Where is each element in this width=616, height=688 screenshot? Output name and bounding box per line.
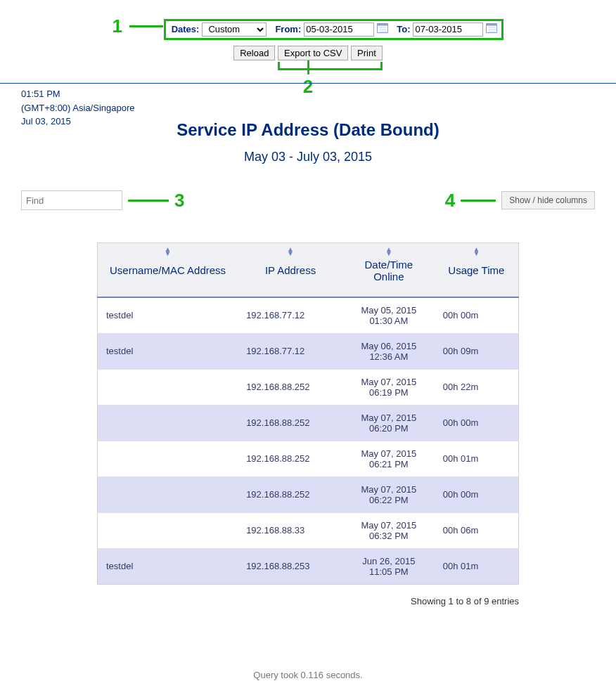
cell-ip: 192.168.77.12 [238,297,343,334]
cell-usage: 00h 22m [435,369,519,405]
cell-usage: 00h 01m [435,548,519,584]
divider [0,83,616,84]
cell-usage: 00h 06m [435,512,519,548]
cell-username [98,369,238,405]
svg-rect-1 [378,24,388,26]
to-label: To: [397,24,410,34]
cell-usage: 00h 09m [435,333,519,369]
cell-usage: 00h 00m [435,297,519,334]
callout-3-line [128,200,169,202]
cell-datetime: May 07, 201506:22 PM [343,476,435,512]
cell-datetime: May 07, 201506:19 PM [343,369,435,405]
callout-2-bracket [278,62,383,70]
cell-username: testdel [98,297,238,334]
results-table: ▲▼ Username/MAC Address ▲▼ IP Address ▲▼… [97,242,519,585]
col-header-username[interactable]: ▲▼ Username/MAC Address [98,242,238,297]
table-row: 192.168.88.252May 07, 201506:21 PM00h 01… [98,441,519,476]
callout-4-line [461,200,496,202]
sort-icon: ▲▼ [165,247,172,256]
reload-button[interactable]: Reload [233,46,275,60]
cell-username: testdel [98,333,238,369]
cell-username: testdel [98,548,238,584]
col-header-datetime[interactable]: ▲▼ Date/Time Online [343,242,435,297]
cell-username [98,405,238,441]
cell-datetime: May 07, 201506:32 PM [343,512,435,548]
table-row: 192.168.88.252May 07, 201506:20 PM00h 00… [98,405,519,441]
cell-datetime: May 07, 201506:21 PM [343,441,435,476]
cell-ip: 192.168.88.252 [238,405,343,441]
date-filter-box: Dates: Custom From: To: [164,19,504,40]
sort-icon: ▲▼ [287,247,294,256]
col-header-ip[interactable]: ▲▼ IP Address [238,242,343,297]
table-row: 192.168.88.252May 07, 201506:22 PM00h 00… [98,476,519,512]
cell-ip: 192.168.77.12 [238,333,343,369]
svg-rect-6 [487,24,497,26]
table-row: testdel192.168.88.253Jun 26, 201511:05 P… [98,548,519,584]
cell-usage: 00h 00m [435,476,519,512]
from-input[interactable] [304,22,374,37]
export-csv-button[interactable]: Export to CSV [278,46,348,60]
col-header-usage[interactable]: ▲▼ Usage Time [435,242,519,297]
cell-username [98,512,238,548]
cell-ip: 192.168.88.253 [238,548,343,584]
cell-datetime: May 07, 201506:20 PM [343,405,435,441]
cell-usage: 00h 01m [435,441,519,476]
timestamp-date: Jul 03, 2015 [21,115,135,129]
cell-datetime: Jun 26, 201511:05 PM [343,548,435,584]
callout-1: 1 [113,15,122,37]
cell-ip: 192.168.88.33 [238,512,343,548]
timestamp-tz: (GMT+8:00) Asia/Singapore [21,101,135,115]
query-time-footer: Query took 0.116 seconds. [0,670,616,687]
sort-icon: ▲▼ [473,247,480,256]
dates-label: Dates: [172,24,200,34]
print-button[interactable]: Print [351,46,383,60]
find-input[interactable] [21,190,122,210]
cell-ip: 192.168.88.252 [238,441,343,476]
table-row: testdel192.168.77.12May 06, 201512:36 AM… [98,333,519,369]
table-row: testdel192.168.77.12May 05, 201501:30 AM… [98,297,519,334]
callout-3: 3 [174,190,184,212]
dates-select[interactable]: Custom [202,22,267,37]
table-row: 192.168.88.33May 07, 201506:32 PM00h 06m [98,512,519,548]
table-entries-info: Showing 1 to 8 of 9 entries [97,596,519,606]
cell-username [98,476,238,512]
timestamp-block: 01:51 PM (GMT+8:00) Asia/Singapore Jul 0… [21,87,135,129]
calendar-icon[interactable] [486,22,497,36]
cell-ip: 192.168.88.252 [238,476,343,512]
cell-datetime: May 05, 201501:30 AM [343,297,435,334]
to-input[interactable] [413,22,483,37]
cell-datetime: May 06, 201512:36 AM [343,333,435,369]
timestamp-time: 01:51 PM [21,87,135,101]
calendar-icon[interactable] [377,22,388,36]
show-hide-columns-button[interactable]: Show / hide columns [501,191,595,209]
cell-ip: 192.168.88.252 [238,369,343,405]
sort-icon: ▲▼ [385,247,392,256]
table-row: 192.168.88.252May 07, 201506:19 PM00h 22… [98,369,519,405]
callout-1-line [129,25,163,27]
page-subtitle: May 03 - July 03, 2015 [0,150,616,164]
cell-usage: 00h 00m [435,405,519,441]
callout-4: 4 [445,190,455,212]
from-label: From: [275,24,301,34]
cell-username [98,441,238,476]
